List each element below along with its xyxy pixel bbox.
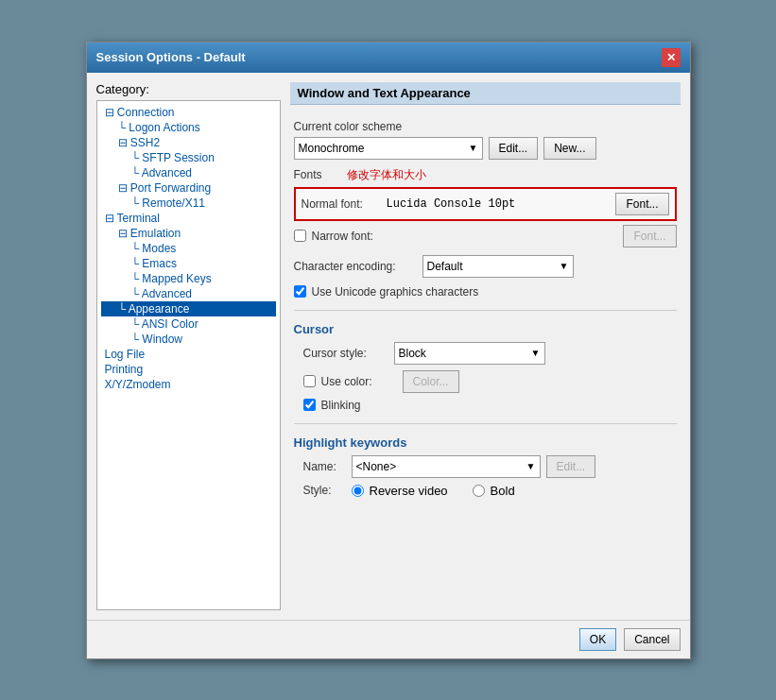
highlight-dropdown-arrow-icon: ▼: [526, 461, 536, 471]
session-options-dialog: Session Options - Default ✕ Category: ⊟ …: [86, 42, 691, 659]
cancel-button[interactable]: Cancel: [624, 628, 680, 651]
fonts-label-row: Fonts 修改字体和大小: [294, 167, 677, 183]
new-color-button[interactable]: New...: [543, 137, 595, 160]
highlight-style-row: Style: Reverse video Bold: [303, 484, 677, 498]
color-scheme-value: Monochrome: [299, 142, 365, 155]
tree-item-sftp-session[interactable]: └ SFTP Session: [101, 150, 276, 165]
tree-item-window[interactable]: └ Window: [101, 332, 276, 347]
narrow-font-checkbox[interactable]: [294, 230, 306, 242]
highlight-section: Highlight keywords Name: <None> ▼ Edit..…: [294, 435, 677, 498]
color-scheme-label: Current color scheme: [294, 120, 677, 133]
tree-item-port-forwarding[interactable]: ⊟ Port Forwarding: [101, 180, 276, 196]
tree-item-advanced-ssh[interactable]: └ Advanced: [101, 165, 276, 180]
encoding-row: Character encoding: Default ▼: [294, 255, 677, 278]
highlight-name-row: Name: <None> ▼ Edit...: [303, 455, 677, 478]
tree-view[interactable]: ⊟ Connection└ Logon Actions⊟ SSH2└ SFTP …: [96, 100, 281, 610]
narrow-font-row: Narrow font: Font...: [294, 225, 677, 248]
category-label: Category:: [96, 82, 281, 96]
edit-color-button[interactable]: Edit...: [489, 137, 539, 160]
tree-item-emacs[interactable]: └ Emacs: [101, 256, 276, 271]
cursor-title: Cursor: [294, 322, 677, 336]
encoding-dropdown-arrow-icon: ▼: [560, 261, 569, 271]
tree-item-advanced-terminal[interactable]: └ Advanced: [101, 286, 276, 301]
tree-item-modes[interactable]: └ Modes: [101, 241, 276, 256]
title-bar: Session Options - Default ✕: [87, 43, 690, 73]
unicode-checkbox-row: Use Unicode graphics characters: [294, 285, 677, 299]
blinking-row: Blinking: [303, 399, 677, 412]
fonts-group: Fonts 修改字体和大小 Normal font: Lucida Consol…: [294, 167, 677, 248]
cursor-style-arrow-icon: ▼: [531, 348, 541, 358]
blinking-label: Blinking: [321, 399, 361, 412]
use-color-label: Use color:: [321, 375, 397, 388]
use-color-row: Use color: Color...: [303, 370, 677, 393]
highlight-style-label: Style:: [303, 484, 346, 497]
unicode-label: Use Unicode graphics characters: [312, 285, 479, 299]
cursor-style-value: Block: [399, 347, 426, 360]
tree-item-terminal[interactable]: ⊟ Terminal: [101, 211, 276, 226]
reverse-video-label: Reverse video: [370, 484, 448, 498]
dropdown-arrow-icon: ▼: [469, 143, 478, 153]
normal-font-button[interactable]: Font...: [615, 193, 668, 215]
tree-item-ansi-color[interactable]: └ ANSI Color: [101, 316, 276, 332]
tree-item-ssh2[interactable]: ⊟ SSH2: [101, 135, 276, 150]
tree-item-appearance[interactable]: └ Appearance: [101, 301, 276, 316]
close-button[interactable]: ✕: [662, 48, 681, 67]
narrow-font-label: Narrow font:: [312, 230, 618, 243]
tree-item-printing[interactable]: Printing: [101, 362, 276, 377]
tree-item-logon-actions[interactable]: └ Logon Actions: [101, 120, 276, 135]
fonts-label: Fonts: [294, 168, 322, 181]
bold-label: Bold: [491, 484, 515, 498]
color-scheme-dropdown[interactable]: Monochrome ▼: [294, 137, 483, 160]
color-button: Color...: [403, 370, 459, 393]
normal-font-row: Normal font: Lucida Console 10pt Font...: [294, 187, 677, 221]
chinese-annotation: 修改字体和大小: [347, 167, 426, 183]
tree-item-mapped-keys[interactable]: └ Mapped Keys: [101, 271, 276, 286]
encoding-label: Character encoding:: [294, 260, 417, 273]
cursor-style-label: Cursor style:: [303, 347, 388, 360]
highlight-name-value: <None>: [356, 460, 397, 473]
blinking-checkbox[interactable]: [303, 399, 316, 411]
ok-button[interactable]: OK: [579, 628, 616, 651]
cursor-section: Cursor Cursor style: Block ▼: [294, 322, 677, 412]
cursor-style-row: Cursor style: Block ▼: [303, 342, 677, 365]
narrow-font-button: Font...: [623, 225, 676, 248]
color-scheme-row: Monochrome ▼ Edit... New...: [294, 137, 677, 160]
dialog-buttons: OK Cancel: [87, 620, 690, 658]
content-panel: Window and Text Appearance Current color…: [290, 82, 681, 610]
cursor-style-dropdown[interactable]: Block ▼: [394, 342, 545, 365]
separator: [294, 310, 677, 311]
highlight-name-dropdown[interactable]: <None> ▼: [352, 455, 541, 478]
separator2: [294, 423, 677, 424]
dialog-title: Session Options - Default: [96, 50, 246, 64]
use-color-checkbox[interactable]: [303, 375, 316, 387]
tree-item-remote-x11[interactable]: └ Remote/X11: [101, 196, 276, 211]
highlight-title: Highlight keywords: [294, 435, 677, 450]
tree-item-connection[interactable]: ⊟ Connection: [101, 105, 276, 120]
encoding-value: Default: [427, 260, 463, 273]
section-body: Current color scheme Monochrome ▼ Edit..…: [290, 114, 681, 504]
color-scheme-group: Current color scheme Monochrome ▼ Edit..…: [294, 120, 677, 160]
tree-item-emulation[interactable]: ⊟ Emulation: [101, 226, 276, 241]
encoding-dropdown[interactable]: Default ▼: [422, 255, 574, 278]
reverse-video-radio[interactable]: [352, 485, 364, 497]
tree-item-xy-zmodem[interactable]: X/Y/Zmodem: [101, 377, 276, 392]
normal-font-label: Normal font:: [302, 197, 387, 211]
highlight-name-label: Name:: [303, 460, 346, 473]
category-panel: Category: ⊟ Connection└ Logon Actions⊟ S…: [96, 82, 281, 610]
section-header: Window and Text Appearance: [290, 82, 681, 105]
tree-item-log-file[interactable]: Log File: [101, 347, 276, 362]
dialog-body: Category: ⊟ Connection└ Logon Actions⊟ S…: [87, 73, 690, 620]
normal-font-value: Lucida Console 10pt: [387, 197, 616, 211]
highlight-edit-button: Edit...: [546, 455, 596, 478]
unicode-checkbox[interactable]: [294, 285, 306, 298]
bold-radio[interactable]: [473, 485, 485, 497]
